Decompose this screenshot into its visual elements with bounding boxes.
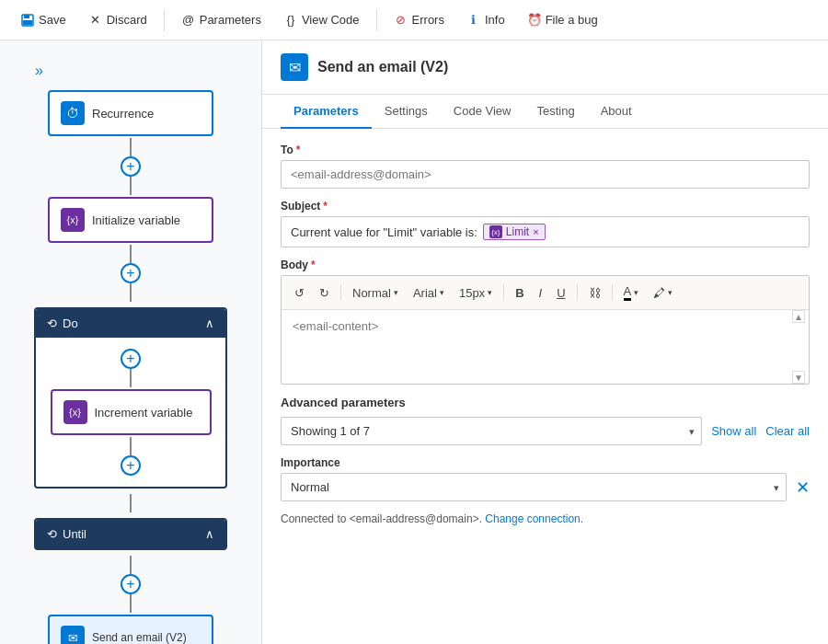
- underline-button[interactable]: U: [551, 283, 570, 303]
- recurrence-node[interactable]: ⏱ Recurrence: [48, 90, 213, 136]
- init-variable-label: Initialize variable: [92, 213, 180, 227]
- file-bug-button[interactable]: ⏰ File a bug: [518, 9, 607, 31]
- until-label: Until: [63, 527, 86, 541]
- save-icon: [20, 13, 35, 28]
- subject-required: *: [323, 200, 328, 213]
- line-do-b: [130, 437, 132, 455]
- size-dropdown[interactable]: 15px ▾: [454, 283, 498, 303]
- toolbar-divider-1: [164, 9, 165, 31]
- style-dropdown[interactable]: Normal ▾: [347, 283, 404, 303]
- view-code-button[interactable]: {} View Code: [274, 9, 369, 31]
- style-chevron: ▾: [394, 288, 398, 297]
- body-required: *: [311, 259, 316, 271]
- token-icon: {x}: [489, 225, 502, 238]
- token-remove[interactable]: ×: [533, 226, 538, 237]
- connector-2: +: [121, 245, 141, 302]
- redo-button[interactable]: ↻: [314, 283, 335, 303]
- parameters-icon: @: [181, 13, 196, 28]
- until-header[interactable]: ⟲ Until ∧: [36, 520, 225, 548]
- tab-settings[interactable]: Settings: [372, 95, 441, 129]
- undo-button[interactable]: ↺: [289, 283, 310, 303]
- connection-info: Connected to <email-address@domain>. Cha…: [281, 512, 810, 525]
- to-input[interactable]: [281, 160, 810, 189]
- font-color-chevron: ▾: [634, 288, 638, 297]
- bold-button[interactable]: B: [510, 283, 529, 303]
- do-header[interactable]: ⟲ Do ∧: [36, 309, 225, 338]
- discard-button[interactable]: ✕ Discard: [79, 9, 156, 31]
- clear-all-button[interactable]: Clear all: [765, 424, 810, 438]
- save-button[interactable]: Save: [11, 9, 75, 31]
- body-field-label: Body *: [281, 259, 810, 271]
- showing-select[interactable]: Showing 1 of 7: [281, 417, 702, 445]
- subject-text: Current value for "Limit" variable is:: [291, 225, 477, 239]
- add-step-1[interactable]: +: [121, 156, 141, 177]
- importance-select[interactable]: Low Normal High: [281, 473, 787, 501]
- body-content-area[interactable]: <email-content>: [282, 310, 809, 384]
- highlight-icon: 🖍: [653, 286, 665, 300]
- toolbar: Save ✕ Discard @ Parameters {} View Code…: [0, 0, 828, 40]
- subject-field-label: Subject *: [281, 200, 810, 213]
- scroll-down-arrow[interactable]: ▼: [792, 371, 805, 384]
- add-step-3[interactable]: +: [121, 574, 141, 594]
- until-container: ⟲ Until ∧: [34, 518, 227, 550]
- importance-row: Low Normal High ▾ ✕: [281, 473, 810, 501]
- tab-parameters[interactable]: Parameters: [281, 95, 372, 129]
- add-step-do-bottom[interactable]: +: [121, 455, 141, 476]
- show-all-button[interactable]: Show all: [711, 424, 756, 438]
- main-layout: » ⏱ Recurrence + {x} Initialize variable…: [0, 40, 828, 644]
- to-required: *: [296, 144, 301, 156]
- panel-title: Send an email (V2): [317, 59, 448, 75]
- size-chevron: ▾: [488, 288, 492, 297]
- highlight-dropdown[interactable]: 🖍 ▾: [648, 283, 678, 303]
- subject-field[interactable]: Current value for "Limit" variable is: {…: [281, 216, 810, 247]
- font-chevron: ▾: [440, 288, 444, 297]
- init-variable-node[interactable]: {x} Initialize variable: [48, 197, 213, 243]
- font-color-icon: A: [624, 284, 632, 301]
- advanced-params-row: Showing 1 of 7 ▾ Show all Clear all: [281, 417, 810, 445]
- change-connection-link[interactable]: Change connection.: [485, 512, 583, 525]
- font-dropdown[interactable]: Arial ▾: [408, 283, 450, 303]
- editor-sep-1: [340, 284, 341, 301]
- panel-content: To * Subject * Current value for "Limit"…: [262, 129, 828, 644]
- connector-do-bottom: +: [121, 437, 141, 476]
- recurrence-label: Recurrence: [92, 107, 154, 121]
- remove-importance-button[interactable]: ✕: [796, 479, 810, 496]
- until-collapse-icon[interactable]: ∧: [205, 527, 214, 541]
- scroll-up-arrow[interactable]: ▲: [792, 310, 805, 323]
- add-step-2[interactable]: +: [121, 263, 141, 283]
- line-4: [130, 556, 132, 574]
- send-email-node[interactable]: ✉ Send an email (V2) ⛓: [48, 615, 213, 644]
- tab-about[interactable]: About: [588, 95, 645, 129]
- panel-header: ✉ Send an email (V2): [262, 40, 828, 95]
- line-2: [130, 245, 132, 263]
- connector-4: +: [121, 556, 141, 613]
- add-step-do-top[interactable]: +: [121, 349, 141, 369]
- increment-variable-node[interactable]: {x} Increment variable: [51, 389, 212, 435]
- info-button[interactable]: ℹ Info: [457, 9, 514, 31]
- do-collapse-icon[interactable]: ∧: [205, 316, 214, 330]
- until-icon: ⟲: [47, 527, 57, 541]
- discard-icon: ✕: [88, 13, 103, 28]
- do-body: + {x} Increment variable +: [36, 338, 225, 487]
- token-label: Limit: [506, 225, 529, 238]
- font-color-dropdown[interactable]: A ▾: [618, 282, 645, 304]
- errors-button[interactable]: ⊘ Errors: [385, 9, 454, 31]
- do-icon: ⟲: [47, 316, 57, 330]
- importance-field-label: Importance: [281, 456, 810, 469]
- line-1b: [130, 177, 132, 195]
- tab-code-view[interactable]: Code View: [441, 95, 524, 129]
- errors-icon: ⊘: [394, 13, 408, 28]
- tab-testing[interactable]: Testing: [523, 95, 587, 129]
- expand-panel-button[interactable]: »: [28, 59, 51, 83]
- do-header-left: ⟲ Do: [47, 316, 78, 330]
- increment-variable-icon: {x}: [63, 400, 87, 424]
- parameters-button[interactable]: @ Parameters: [172, 9, 270, 31]
- link-button[interactable]: ⛓: [583, 283, 606, 303]
- info-icon: ℹ: [466, 13, 481, 28]
- body-scrollbar-area: <email-content> ▲ ▼: [282, 310, 809, 384]
- line-2b: [130, 283, 132, 302]
- italic-button[interactable]: I: [534, 283, 548, 303]
- right-panel: ✉ Send an email (V2) Parameters Settings…: [262, 40, 828, 644]
- recurrence-icon: ⏱: [61, 101, 85, 125]
- limit-token: {x} Limit ×: [483, 224, 546, 240]
